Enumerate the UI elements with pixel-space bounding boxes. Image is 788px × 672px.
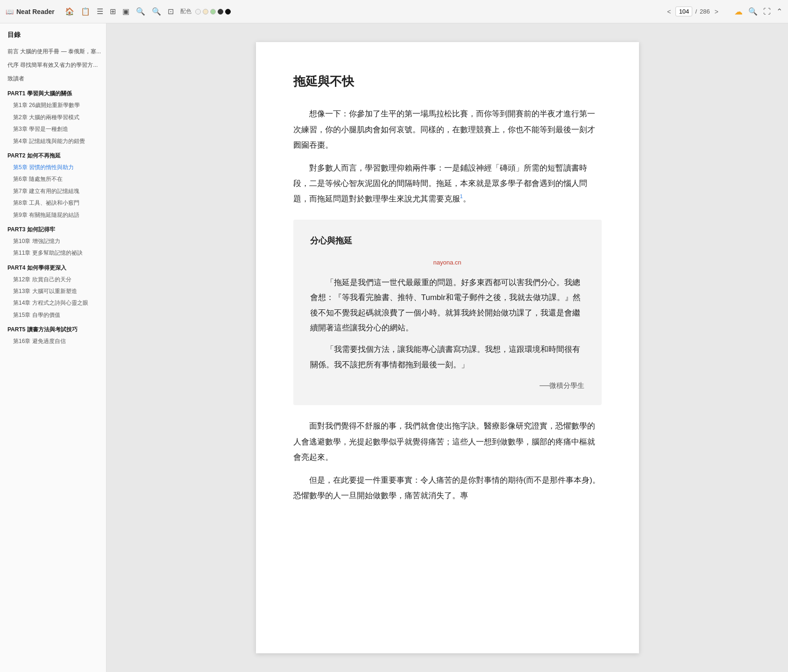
prev-page-button[interactable]: < xyxy=(665,7,673,16)
brand-label: Neat Reader xyxy=(16,8,55,15)
current-page-input[interactable] xyxy=(675,7,692,16)
search-right-icon[interactable]: 🔍 xyxy=(748,7,758,16)
brand-icon: 📖 xyxy=(6,8,14,15)
zoom-icon[interactable]: 🔍 xyxy=(152,7,161,16)
sidebar-title: 目錄 xyxy=(7,31,106,39)
paragraph-3: 面對我們覺得不舒服的事，我們就會使出拖字訣。醫療影像研究證實，恐懼數學的人會逃避… xyxy=(293,418,602,465)
page-separator: / xyxy=(695,8,697,15)
bookmark-icon[interactable]: 🏠 xyxy=(65,7,74,16)
toc-chapter-4[interactable]: 第4章 記憶組塊與能力的錯覺 xyxy=(7,136,106,147)
color-dot-5[interactable] xyxy=(225,9,231,14)
cloud-icon[interactable]: ☁ xyxy=(734,7,743,17)
watermark: nayona.cn xyxy=(310,257,585,269)
paragraph-1: 想像一下：你參加了生平的第一場馬拉松比賽，而你等到開賽前的半夜才進行第一次練習，… xyxy=(293,106,602,152)
copy-icon[interactable]: 📋 xyxy=(81,7,90,16)
toc-chapter-6[interactable]: 第6章 隨處無所不在 xyxy=(7,173,106,185)
toc-chapter-12[interactable]: 第12章 欣賞自己的天分 xyxy=(7,274,106,286)
toc-chapter-3[interactable]: 第3章 學習是一種創造 xyxy=(7,123,106,135)
color-label: 配色 xyxy=(180,7,192,15)
toc-section-part5: PART5 讀書方法與考試技巧 xyxy=(7,326,106,334)
search-icon[interactable]: 🔍 xyxy=(136,7,145,16)
toc-section-part4: PART4 如何學得更深入 xyxy=(7,264,106,272)
expand-icon[interactable]: ⛶ xyxy=(763,7,771,16)
toc-section-part2: PART2 如何不再拖延 xyxy=(7,152,106,160)
toc-chapter-9[interactable]: 第9章 有關拖延隨屁的結語 xyxy=(7,209,106,221)
color-dot-4[interactable] xyxy=(218,9,223,14)
toc-chapter-16[interactable]: 第16章 避免過度自信 xyxy=(7,336,106,347)
quote-paragraph-2: 「我需要找個方法，讓我能專心讀書寫功課。我想，這跟環境和時間很有關係。我不該把所… xyxy=(310,342,585,372)
sidebar: 目錄 前言 大腦的使用手冊 — 泰俄斯，塞... 代序 尋找簡單有效又省力的學習… xyxy=(0,23,106,672)
toc-section-part1: PART1 學習與大腦的關係 xyxy=(7,90,106,98)
collapse-icon[interactable]: ⌃ xyxy=(776,7,782,16)
paragraph-4: 但是，在此要提一件重要事實：令人痛苦的是你對事情的期待(而不是那件事本身)。恐懼… xyxy=(293,472,602,503)
quote-paragraph-1: 「拖延是我們這一世代最嚴重的問題。好多東西都可以害我們分心。我總會想：『等我看完… xyxy=(310,275,585,336)
toolbar-right-icons: ☁ 🔍 ⛶ ⌃ xyxy=(734,7,782,17)
toc-chapter-8[interactable]: 第8章 工具、祕訣和小竅門 xyxy=(7,197,106,209)
content-area[interactable]: 拖延與不快 想像一下：你參加了生平的第一場馬拉松比賽，而你等到開賽前的半夜才進行… xyxy=(106,23,788,672)
toc-section-part3: PART3 如何記得牢 xyxy=(7,226,106,234)
quote-box-title: 分心與拖延 xyxy=(310,233,585,249)
menu-icon[interactable]: ☰ xyxy=(97,7,103,16)
quote-box: 分心與拖延 nayona.cn 「拖延是我們這一世代最嚴重的問題。好多東西都可以… xyxy=(293,220,602,405)
color-options: 配色 xyxy=(180,7,231,15)
toc-chapter-13[interactable]: 第13章 大腦可以重新塑造 xyxy=(7,286,106,297)
color-dot-2[interactable] xyxy=(203,9,208,14)
color-dot-3[interactable] xyxy=(210,9,216,14)
next-page-button[interactable]: > xyxy=(713,7,720,16)
table-icon[interactable]: ▣ xyxy=(122,7,129,16)
main-layout: 目錄 前言 大腦的使用手冊 — 泰俄斯，塞... 代序 尋找簡單有效又省力的學習… xyxy=(0,23,788,672)
toc-chapter-15[interactable]: 第15章 自學的價值 xyxy=(7,309,106,321)
toc-item-intro[interactable]: 代序 尋找簡單有效又省力的學習方... xyxy=(7,58,106,72)
app-brand: 📖 Neat Reader xyxy=(6,8,55,15)
toc-chapter-2[interactable]: 第2章 大腦的兩種學習模式 xyxy=(7,112,106,123)
chapter-title: 拖延與不快 xyxy=(293,70,602,93)
fit-icon[interactable]: ⊡ xyxy=(168,7,174,16)
total-pages: 286 xyxy=(700,8,710,15)
toc-item-preface[interactable]: 前言 大腦的使用手冊 — 泰俄斯，塞... xyxy=(7,45,106,58)
toc-chapter-1[interactable]: 第1章 26歲開始重新學數學 xyxy=(7,100,106,111)
quote-attribution: ──微積分學生 xyxy=(310,379,585,393)
toc-chapter-5[interactable]: 第5章 習慣的惰性與助力 xyxy=(7,162,106,173)
toolbar: 📖 Neat Reader 🏠 📋 ☰ ⊞ ▣ 🔍 🔍 ⊡ 配色 < / 286… xyxy=(0,0,788,23)
toc-chapter-11[interactable]: 第11章 更多幫助記憶的祕訣 xyxy=(7,247,106,259)
page-navigation: < / 286 > xyxy=(665,7,720,16)
toc-chapter-10[interactable]: 第10章 增強記憶力 xyxy=(7,236,106,247)
grid-icon[interactable]: ⊞ xyxy=(110,7,116,16)
toc-chapter-14[interactable]: 第14章 方程式之詩與心靈之眼 xyxy=(7,297,106,309)
color-dot-1[interactable] xyxy=(195,9,201,14)
toc-item-reader[interactable]: 致讀者 xyxy=(7,72,106,86)
book-page: 拖延與不快 想像一下：你參加了生平的第一場馬拉松比賽，而你等到開賽前的半夜才進行… xyxy=(256,42,639,653)
toc-chapter-7[interactable]: 第7章 建立有用的記憶組塊 xyxy=(7,186,106,197)
paragraph-2: 對多數人而言，學習數理仰賴兩件事：一是鋪設神經「磚頭」所需的短暫讀書時段，二是等… xyxy=(293,160,602,207)
